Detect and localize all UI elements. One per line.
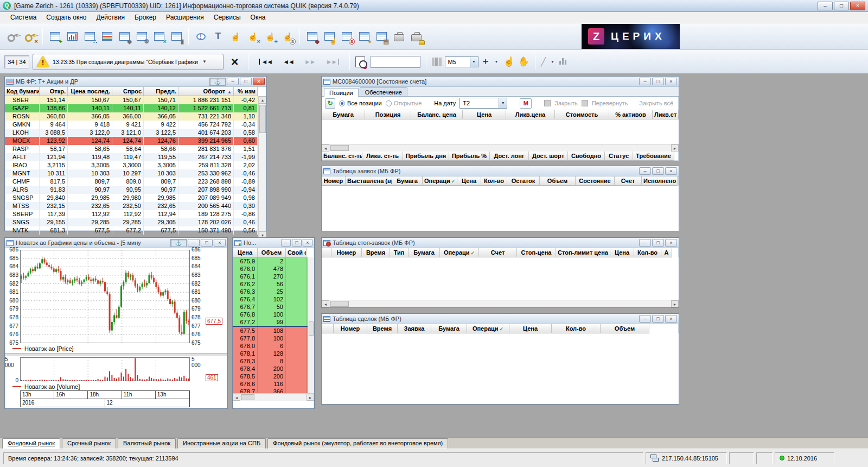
scroll-thumb[interactable]: [309, 321, 314, 336]
table-row[interactable]: SBERP 117,39 112,92 112,92 112,94 189 12…: [5, 210, 266, 218]
column-header[interactable]: Кол-во: [481, 176, 507, 186]
maximize-button[interactable]: □: [240, 78, 252, 85]
table-row[interactable]: MTSS 232,15 232,65 232,50 232,65 200 565…: [5, 202, 266, 210]
order-book-row[interactable]: 678,1 128: [233, 350, 314, 357]
disconnect-icon[interactable]: ×: [23, 29, 38, 44]
depth-histogram-icon[interactable]: [432, 58, 442, 66]
deals-table-icon[interactable]: ◆: [304, 29, 320, 44]
table-export-icon[interactable]: ×: [151, 29, 167, 44]
pan-hand-icon[interactable]: ✋: [518, 56, 529, 67]
radio-open-positions[interactable]: [386, 100, 392, 106]
column-header[interactable]: Цена послед.: [68, 87, 112, 96]
scroll-thumb[interactable]: [241, 394, 254, 400]
menu-item[interactable]: Создать окно: [41, 12, 91, 23]
briefcase-icon[interactable]: [391, 29, 406, 44]
interval-select[interactable]: M5 ▼: [445, 56, 478, 67]
column-header[interactable]: Цена: [457, 176, 481, 186]
order-book-row[interactable]: 676,8 100: [233, 311, 314, 318]
order-book-row[interactable]: 678,0 6: [233, 342, 314, 350]
volume-plot[interactable]: [20, 357, 190, 381]
crosshair-icon[interactable]: +: [482, 56, 490, 67]
column-header[interactable]: Счет: [615, 176, 642, 186]
column-header[interactable]: Оборот: [178, 87, 234, 96]
nav-next-button[interactable]: ►►: [301, 58, 319, 66]
column-header[interactable]: Баланс. ст-ть: [322, 152, 362, 161]
column-header[interactable]: Предл.: [144, 87, 178, 96]
order-book-row[interactable]: 676,2 56: [233, 280, 314, 288]
horizontal-scrollbar[interactable]: ◄ ►: [322, 300, 679, 307]
column-header[interactable]: Бумага: [431, 324, 467, 333]
column-header[interactable]: Номер: [331, 248, 362, 257]
maximize-button[interactable]: □: [652, 239, 664, 247]
column-header[interactable]: Баланс. цена: [411, 110, 463, 119]
column-header[interactable]: Операци: [467, 324, 509, 333]
quotes-window-titlebar[interactable]: МБ ФР: Т+ Акции и ДР ⚓ – □ ×: [5, 77, 266, 87]
chart-window-icon[interactable]: [65, 29, 80, 44]
radio-all-label[interactable]: Все позиции: [347, 100, 382, 106]
column-header[interactable]: Состояние: [576, 176, 615, 186]
minimize-button[interactable]: –: [639, 315, 651, 323]
column-header[interactable]: Спрос: [112, 87, 144, 96]
menu-item[interactable]: Система: [5, 12, 41, 23]
tab-stock-market[interactable]: Фондовый рынок: [2, 438, 60, 449]
scroll-right-icon[interactable]: ►: [671, 300, 679, 307]
column-header[interactable]: Номер: [322, 176, 346, 186]
column-header[interactable]: Позиция: [365, 110, 411, 119]
nav-last-button[interactable]: ►►: [322, 58, 344, 66]
order-book-row[interactable]: 676,0 478: [233, 265, 314, 273]
orders-window-titlebar[interactable]: Таблица заявок (МБ ФР) – □ ×: [322, 166, 679, 176]
column-header[interactable]: Кол-во: [552, 324, 601, 333]
order-book-row[interactable]: 678,3 8: [233, 357, 314, 365]
column-header[interactable]: Ликв.ст: [653, 110, 679, 119]
column-header[interactable]: Цена: [233, 248, 258, 257]
column-header[interactable]: Остаток: [507, 176, 540, 186]
column-header[interactable]: А: [661, 248, 672, 257]
messages-icon[interactable]: !: [193, 29, 208, 44]
menu-item[interactable]: Сервисы: [209, 12, 246, 23]
column-header[interactable]: % изм: [234, 87, 258, 96]
order-book-row[interactable]: 678,7 366: [233, 388, 314, 393]
tab-positions[interactable]: Позиции: [324, 88, 359, 97]
order-book-row[interactable]: 677,8 100: [233, 335, 314, 342]
column-header[interactable]: Дост. лонг: [490, 152, 529, 161]
scroll-thumb[interactable]: [259, 105, 266, 133]
margin-button[interactable]: М: [520, 98, 532, 109]
column-header[interactable]: Бумага: [322, 110, 365, 119]
connect-icon[interactable]: [5, 29, 21, 44]
print-preview-icon[interactable]: [355, 55, 367, 68]
order-book-row[interactable]: 678,6 116: [233, 380, 314, 388]
money-table-icon[interactable]: ●: [356, 29, 372, 44]
stop-orders-titlebar[interactable]: Таблица стоп-заявок (МБ ФР) – □ ×: [322, 238, 679, 248]
anchor-button[interactable]: ⚓: [209, 78, 226, 86]
tab-emulator[interactable]: Фондовый рынок (эмулятор, работает во вн…: [267, 438, 448, 449]
column-header[interactable]: Время: [362, 248, 390, 257]
table-row[interactable]: MGNT 10 311 10 303 10 297 10 303 253 330…: [5, 169, 266, 178]
pointer-hand-icon[interactable]: ☝: [503, 56, 515, 67]
close-button[interactable]: ×: [303, 239, 312, 247]
column-header[interactable]: Стоп-цена: [517, 248, 556, 257]
stop-order-icon[interactable]: ☝S: [280, 29, 295, 44]
column-header[interactable]: Стоимость: [555, 110, 609, 119]
close-button[interactable]: ×: [665, 167, 677, 175]
volume-bars-icon[interactable]: [559, 58, 567, 66]
minimize-button[interactable]: –: [639, 239, 651, 247]
column-header[interactable]: Стоп-лимит цена: [556, 248, 610, 257]
column-header[interactable]: Прибыль %: [449, 152, 490, 161]
table-row[interactable]: ROSN 360,80 366,05 366,00 366,05 731 221…: [5, 112, 266, 121]
scroll-left-icon[interactable]: ◄: [322, 300, 329, 307]
close-position-button[interactable]: Закрыть: [554, 100, 577, 106]
table-settings-icon[interactable]: ⚙: [134, 29, 149, 44]
table-row[interactable]: MOEX 123,92 124,74 124,74 124,76 399 214…: [5, 137, 266, 145]
tab-futures-market[interactable]: Срочный рынок: [62, 438, 116, 449]
close-button[interactable]: ×: [850, 2, 865, 10]
column-header[interactable]: Статус: [605, 152, 633, 161]
maximize-button[interactable]: □: [652, 78, 664, 85]
table-row[interactable]: AFLT 121,94 119,48 119,47 119,55 267 214…: [5, 153, 266, 161]
column-header[interactable]: Выставлена (вр: [346, 176, 392, 186]
minimize-button[interactable]: –: [639, 78, 651, 85]
maximize-button[interactable]: □: [652, 315, 664, 323]
close-button[interactable]: ×: [665, 78, 677, 85]
table-row[interactable]: GMKN 9 464 9 418 9 421 9 422 456 724 792…: [5, 121, 266, 129]
replace-order-icon[interactable]: ☝+: [263, 29, 278, 44]
scroll-left-icon[interactable]: ◄: [322, 144, 329, 152]
